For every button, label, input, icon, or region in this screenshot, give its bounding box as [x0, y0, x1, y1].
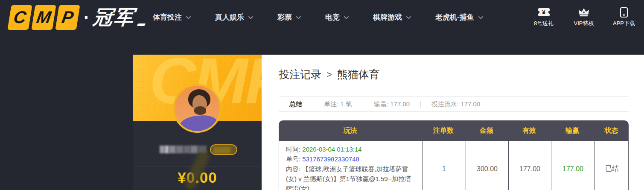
masked-badge [210, 144, 237, 155]
header-valid: 有效 [508, 126, 551, 135]
chevron-down-icon [478, 16, 483, 19]
avatar-beard [194, 106, 206, 115]
time-value: 2026-03-04 01:13:14 [302, 146, 361, 153]
header-play-type: 玩法 [279, 126, 422, 135]
summary-title: 总结 [289, 100, 302, 108]
header-win-loss: 输赢 [551, 126, 594, 135]
nav-item-label: 棋牌游戏 [373, 12, 402, 22]
nav-item-sports[interactable]: 体育投注 [153, 12, 191, 22]
crown-icon [578, 7, 589, 18]
content-link-league[interactable]: 篮球联赛 [349, 165, 375, 172]
valid-cell: 177.00 [508, 141, 551, 190]
nav-item-card-games[interactable]: 棋牌游戏 [373, 12, 411, 22]
quick-links: ¥ 8号送礼 VIP特权 APP下载 [530, 0, 638, 34]
breadcrumb-current: 熊猫体育 [337, 67, 380, 82]
chevron-down-icon [248, 16, 253, 19]
nav-item-lottery[interactable]: 彩票 [277, 12, 301, 22]
logo-dot: · [84, 7, 90, 28]
header-bet-count: 注单数 [422, 126, 465, 135]
summary-divider [313, 101, 313, 108]
vip-link[interactable]: VIP特权 [570, 7, 598, 27]
summary-bet-count: 单注: 1 笔 [324, 100, 352, 108]
win-loss-cell: 177.00 [551, 141, 594, 190]
top-navigation-bar: C M P · 冠军 体育投注 真人娱乐 彩票 电竞 [0, 0, 644, 34]
user-avatar[interactable] [173, 84, 221, 133]
app-download-link[interactable]: APP下载 [610, 7, 638, 27]
app-download-label: APP下载 [613, 20, 635, 27]
nav-item-live-casino[interactable]: 真人娱乐 [215, 12, 253, 22]
nav-item-label: 体育投注 [153, 12, 182, 22]
main-menu: 体育投注 真人娱乐 彩票 电竞 棋牌游戏 老虎机·捕鱼 [153, 0, 483, 34]
logo-tile: M [31, 5, 56, 30]
amount-cell: 300.00 [466, 141, 508, 190]
main-content-panel: 投注记录 > 熊猫体育 总结 单注: 1 笔 输赢: 177.00 投注流水: … [262, 55, 644, 190]
chevron-down-icon [186, 16, 191, 19]
bets-table: 玩法 注单数 金额 有效 输赢 状态 时间: 2026-03-04 01:13:… [279, 120, 629, 190]
breadcrumb-separator: > [326, 69, 332, 80]
app-download-icon [620, 7, 628, 18]
nav-item-label: 老虎机·捕鱼 [435, 12, 474, 22]
content-segment: ,欧洲女子 [321, 165, 349, 172]
bet-detail-cell: 时间: 2026-03-04 01:13:14 单号: 531767398233… [279, 141, 422, 190]
summary-turnover: 投注流水: 177.00 [431, 100, 480, 108]
chevron-down-icon [296, 16, 301, 19]
header-amount: 金额 [465, 126, 508, 135]
gift-link-label: 8号送礼 [534, 20, 554, 27]
breadcrumb-root[interactable]: 投注记录 [279, 67, 321, 82]
table-row: 时间: 2026-03-04 01:13:14 单号: 531767398233… [279, 141, 629, 190]
bet-count-cell: 1 [422, 141, 466, 190]
logo-dash-decoration [137, 23, 146, 26]
nav-item-label: 电竞 [325, 12, 340, 22]
order-label: 单号: [286, 155, 300, 163]
gift-ticket-icon: ¥ [538, 8, 550, 16]
order-number-link[interactable]: 5317673982330748 [302, 155, 359, 163]
bet-content-line: 内容: 【篮球,欧洲女子篮球联赛,加拉塔萨雷(女) v 兰德斯(女)】第1节独赢… [286, 164, 417, 190]
nav-item-label: 彩票 [277, 12, 292, 22]
summary-win-loss: 输赢: 177.00 [374, 100, 410, 108]
logo-name: 冠军 [92, 4, 137, 31]
nav-item-slots-fishing[interactable]: 老虎机·捕鱼 [435, 12, 483, 22]
nav-item-label: 真人娱乐 [215, 12, 244, 22]
header-status: 状态 [594, 126, 629, 135]
summary-divider [420, 101, 421, 108]
gift-link[interactable]: ¥ 8号送礼 [530, 7, 558, 27]
time-label: 时间: [286, 146, 300, 153]
chevron-down-icon [406, 16, 411, 19]
logo-tile: C [7, 5, 32, 30]
breadcrumb: 投注记录 > 熊猫体育 [279, 67, 644, 82]
brand-logo[interactable]: C M P · 冠军 [9, 4, 145, 31]
bet-time-line: 时间: 2026-03-04 01:13:14 [286, 144, 417, 154]
chevron-down-icon [344, 16, 349, 19]
logo-tile: P [55, 5, 80, 30]
content-segment: 【 [302, 165, 309, 172]
page: C M P · 冠军 体育投注 真人娱乐 彩票 电竞 [0, 0, 644, 190]
summary-divider [363, 101, 363, 108]
bet-order-line: 单号: 5317673982330748 [286, 154, 417, 164]
content-label: 内容: [286, 165, 300, 172]
summary-bar: 总结 单注: 1 笔 输赢: 177.00 投注流水: 177.00 [279, 96, 629, 112]
content-link-sport[interactable]: 篮球 [309, 165, 321, 172]
table-header-row: 玩法 注单数 金额 有效 输赢 状态 [279, 120, 629, 141]
vip-link-label: VIP特权 [574, 20, 594, 27]
nav-item-esports[interactable]: 电竞 [325, 12, 349, 22]
status-cell: 已结 [594, 141, 629, 190]
